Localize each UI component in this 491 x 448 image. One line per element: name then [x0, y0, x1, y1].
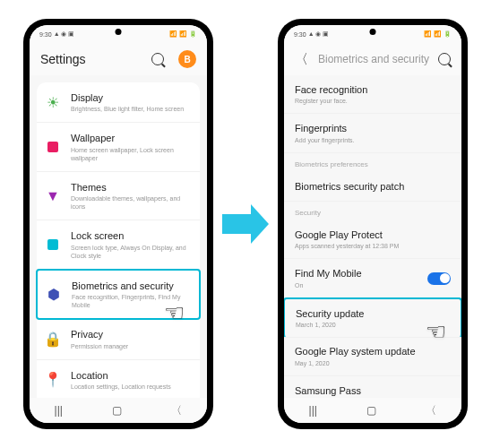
- settings-list: ☀DisplayBrightness, Blue light filter, H…: [30, 75, 207, 398]
- settings-item-location[interactable]: 📍LocationLocation settings, Location req…: [37, 360, 200, 398]
- page-title: Biometrics and security: [318, 53, 431, 67]
- phone-left: 9:30▲ ◉ ▣ 📶 📶 🔋 Settings B ☀DisplayBrigh…: [23, 19, 213, 429]
- item-subtitle: May 1, 2020: [295, 359, 451, 367]
- page-title: Settings: [40, 52, 144, 66]
- header: Settings B: [30, 43, 207, 75]
- section-header: Biometrics preferences: [284, 153, 461, 172]
- item-subtitle: Add your fingerprints.: [295, 136, 451, 144]
- item-subtitle: On: [295, 281, 451, 289]
- security-item[interactable]: Face recognitionRegister your face.: [284, 75, 461, 114]
- item-title: Fingerprints: [295, 122, 451, 134]
- item-title: Google Play system update: [295, 345, 451, 358]
- settings-item-lock[interactable]: Lock screenScreen lock type, Always On D…: [37, 220, 200, 269]
- lock-icon: [46, 237, 60, 252]
- privacy-icon: 🔒: [46, 332, 60, 347]
- location-icon: 📍: [46, 373, 60, 387]
- display-icon: ☀: [46, 95, 60, 109]
- item-subtitle: Brightness, Blue light filter, Home scre…: [71, 105, 196, 113]
- avatar[interactable]: B: [178, 50, 196, 68]
- item-subtitle: Permission manager: [71, 342, 196, 350]
- item-title: Lock screen: [71, 229, 196, 242]
- search-icon[interactable]: [438, 53, 451, 65]
- item-title: Biometrics and security: [72, 280, 195, 292]
- security-item[interactable]: Google Play ProtectApps scanned yesterda…: [284, 220, 461, 259]
- item-subtitle: Register your face.: [295, 97, 451, 105]
- item-subtitle: Location settings, Location requests: [71, 383, 196, 391]
- recents-button[interactable]: |||: [309, 404, 317, 417]
- camera-hole: [370, 29, 376, 35]
- settings-item-themes[interactable]: ▼ThemesDownloadable themes, wallpapers, …: [37, 172, 200, 220]
- security-item[interactable]: Biometrics security patch: [284, 172, 461, 202]
- item-subtitle: Apps scanned yesterday at 12:38 PM: [295, 242, 451, 250]
- item-title: Themes: [71, 181, 196, 194]
- security-item[interactable]: FingerprintsAdd your fingerprints.: [284, 114, 461, 152]
- item-subtitle: Downloadable themes, wallpapers, and ico…: [71, 194, 196, 211]
- recents-button[interactable]: |||: [55, 404, 63, 417]
- search-icon[interactable]: [151, 53, 164, 65]
- security-item[interactable]: Find My MobileOn: [284, 259, 461, 297]
- settings-item-shield[interactable]: ⬢Biometrics and securityFace recognition…: [36, 269, 201, 320]
- camera-hole: [116, 29, 122, 35]
- home-button[interactable]: ▢: [366, 404, 376, 417]
- item-subtitle: Home screen wallpaper, Lock screen wallp…: [71, 146, 196, 162]
- settings-item-display[interactable]: ☀DisplayBrightness, Blue light filter, H…: [37, 82, 200, 123]
- shield-icon: ⬢: [47, 288, 61, 302]
- toggle-switch[interactable]: [427, 272, 451, 285]
- item-title: Face recognition: [295, 83, 451, 96]
- wallpaper-icon: [46, 140, 60, 154]
- item-subtitle: Screen lock type, Always On Display, and…: [71, 244, 196, 260]
- item-title: Location: [71, 369, 196, 382]
- phone-right: 9:30▲ ◉ ▣ 📶 📶 🔋 〈 Biometrics and securit…: [278, 19, 468, 429]
- item-title: Wallpaper: [71, 132, 196, 144]
- security-item[interactable]: Samsung PassUse biometric authentication…: [284, 376, 461, 398]
- themes-icon: ▼: [46, 189, 60, 203]
- item-title: Samsung Pass: [295, 384, 451, 397]
- item-title: Display: [71, 91, 196, 104]
- arrow-icon: [222, 204, 269, 244]
- home-button[interactable]: ▢: [112, 404, 122, 417]
- settings-item-wallpaper[interactable]: WallpaperHome screen wallpaper, Lock scr…: [37, 123, 200, 171]
- security-item[interactable]: Security updateMarch 1, 2020☜: [284, 297, 461, 338]
- item-title: Biometrics security patch: [295, 180, 451, 193]
- item-title: Privacy: [71, 328, 196, 340]
- pointer-icon: ☜: [164, 299, 185, 327]
- security-list: Face recognitionRegister your face.Finge…: [284, 75, 461, 398]
- back-icon[interactable]: 〈: [295, 51, 308, 68]
- item-title: Google Play Protect: [295, 228, 451, 241]
- back-button[interactable]: 〈: [171, 403, 182, 418]
- header: 〈 Biometrics and security: [284, 43, 461, 75]
- nav-bar: ||| ▢ 〈: [284, 398, 461, 423]
- nav-bar: ||| ▢ 〈: [30, 398, 207, 423]
- section-header: Security: [284, 202, 461, 220]
- back-button[interactable]: 〈: [426, 403, 436, 418]
- pointer-icon: ☜: [426, 318, 446, 346]
